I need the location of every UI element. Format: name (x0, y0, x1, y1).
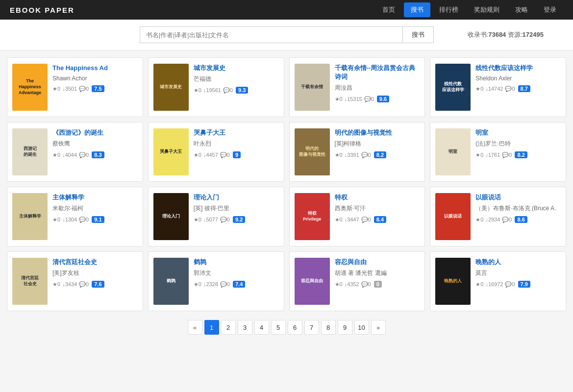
rating-badge: 9.2 (233, 216, 245, 223)
stats-count2: 172495 (523, 31, 544, 38)
book-cover: 西游记的诞生 (12, 128, 48, 175)
book-card[interactable]: 哭鼻子大王 哭鼻子大王 叶永烈 ★0 ↓4457 💬0 9 (148, 122, 284, 182)
book-cover: 容忍與自由 (295, 258, 330, 305)
book-card[interactable]: 以眼说话 以眼说话 （美）布鲁斯·布洛克 (Bruce A. ★0 ↓2934 … (430, 187, 566, 246)
star-icon: ★0 (52, 86, 60, 92)
book-title: The Happiness Ad (52, 64, 138, 73)
download-icon: ↓4457 (203, 152, 218, 158)
book-card[interactable]: 容忍與自由 容忍與自由 胡適 著 潘光哲 選編 ★0 ↓4352 💬0 0 (289, 251, 425, 311)
book-title: 以眼说话 (475, 193, 561, 202)
book-title: 《西游记》的诞生 (52, 128, 138, 137)
book-card[interactable]: 明代的图像与视觉性 明代的图像与视觉性 [英]柯律格 ★0 ↓3391 💬0 8… (289, 122, 425, 182)
book-cover: 明代的图像与视觉性 (295, 128, 330, 175)
page-button-2[interactable]: 2 (221, 320, 236, 335)
search-input[interactable] (140, 26, 402, 43)
nav-item-奖励规则[interactable]: 奖励规则 (467, 2, 506, 17)
book-cover: 理论入门 (153, 193, 189, 240)
book-author: （美）布鲁斯·布洛克 (Bruce A. (475, 204, 561, 213)
book-card[interactable]: 西游记的诞生 《西游记》的诞生 蔡铁鹰 ★0 ↓4044 💬0 8.3 (7, 122, 143, 182)
page-button-1[interactable]: 1 (204, 320, 219, 335)
rating-badge: 7.4 (233, 281, 245, 288)
comment-icon: 💬0 (502, 152, 512, 158)
rating-badge: 9.1 (92, 216, 104, 223)
book-cover: 千载有余情 (295, 64, 330, 111)
book-card[interactable]: 明室 明室 (法)罗兰·巴特 ★0 ↓1761 💬0 8.2 (430, 122, 566, 182)
star-icon: ★0 (475, 86, 483, 92)
search-form: 搜书 (140, 26, 434, 43)
book-info: 哭鼻子大王 叶永烈 ★0 ↓4457 💬0 9 (194, 128, 279, 158)
book-card[interactable]: 主体解释学 主体解释学 米歇尔·福柯 ★0 ↓1304 💬0 9.1 (7, 187, 143, 246)
nav-item-攻略[interactable]: 攻略 (508, 2, 535, 17)
star-icon: ★0 (194, 87, 201, 94)
next-page-button[interactable]: » (371, 320, 386, 335)
nav-item-排行榜[interactable]: 排行榜 (432, 2, 465, 17)
search-button[interactable]: 搜书 (402, 26, 434, 43)
book-author: 米歇尔·福柯 (52, 204, 138, 213)
book-author: (法)罗兰·巴特 (475, 140, 561, 148)
book-info: 清代宫廷社会史 [美]罗友枝 ★0 ↓3434 💬0 7.6 (52, 258, 138, 288)
book-card[interactable]: 城市发展史 城市发展史 芒福德 ★0 ↓19561 💬0 9.3 (148, 57, 284, 117)
book-card[interactable]: 特权Privilege 特权 西奥斯·可汗 ★0 ↓3447 💬0 8.4 (289, 187, 425, 246)
book-card[interactable]: 理论入门 理论入门 [英] 彼得·巴里 ★0 ↓5077 💬0 9.2 (148, 187, 284, 246)
download-icon: ↓14742 (485, 86, 503, 92)
comment-icon: 💬0 (79, 217, 89, 223)
book-info: 明代的图像与视觉性 [英]柯律格 ★0 ↓3391 💬0 8.2 (335, 128, 420, 158)
page-button-8[interactable]: 8 (321, 320, 336, 335)
nav-item-首页[interactable]: 首页 (375, 2, 402, 17)
download-icon: ↓19561 (203, 87, 221, 93)
book-info: 鹤鹑 郭沛文 ★0 ↓2328 💬0 7.4 (194, 258, 279, 288)
prev-page-button[interactable]: « (188, 320, 202, 335)
book-title: 千载有余情--周汝昌赏会古典诗词 (335, 64, 420, 81)
book-card[interactable]: 清代宫廷社会史 清代宫廷社会史 [美]罗友枝 ★0 ↓3434 💬0 7.6 (7, 251, 143, 311)
book-card[interactable]: 千载有余情 千载有余情--周汝昌赏会古典诗词 周汝昌 ★0 ↓15315 💬0 … (289, 57, 425, 117)
nav-item-登录[interactable]: 登录 (537, 2, 563, 17)
book-meta: ★0 ↓1304 💬0 9.1 (52, 216, 138, 223)
book-title: 明室 (475, 128, 561, 137)
book-cover: 清代宫廷社会史 (12, 258, 48, 305)
book-info: 理论入门 [英] 彼得·巴里 ★0 ↓5077 💬0 9.2 (194, 193, 279, 223)
page-button-7[interactable]: 7 (304, 320, 319, 335)
book-author: 芒福德 (194, 75, 279, 83)
book-meta: ★0 ↓16972 💬0 7.9 (475, 281, 561, 288)
page-button-10[interactable]: 10 (354, 320, 369, 335)
rating-badge: 8.3 (92, 151, 104, 158)
comment-icon: 💬0 (220, 281, 230, 288)
book-card[interactable]: 线性代数应该这样学 线性代数应该这样学 Sheldon Axler ★0 ↓14… (430, 57, 566, 117)
page-button-5[interactable]: 5 (271, 320, 286, 335)
nav-item-搜书[interactable]: 搜书 (404, 2, 430, 17)
book-meta: ★0 ↓14742 💬0 8.7 (475, 85, 561, 92)
rating-badge: 7.9 (518, 281, 530, 288)
page-button-6[interactable]: 6 (288, 320, 302, 335)
star-icon: ★0 (335, 96, 343, 102)
star-icon: ★0 (475, 281, 483, 288)
comment-icon: 💬0 (505, 86, 515, 92)
book-card[interactable]: TheHappinessAdvantage The Happiness Ad S… (7, 57, 143, 117)
download-icon: ↓4044 (62, 152, 77, 158)
book-title: 线性代数应该这样学 (475, 64, 561, 73)
page-button-4[interactable]: 4 (254, 320, 269, 335)
download-icon: ↓1761 (485, 152, 500, 158)
book-meta: ★0 ↓15315 💬0 9.6 (335, 96, 420, 102)
rating-badge: 8.4 (374, 216, 386, 223)
book-title: 明代的图像与视觉性 (335, 128, 420, 137)
rating-badge: 8.2 (515, 151, 527, 158)
rating-badge: 8.2 (374, 151, 386, 158)
rating-badge: 9.3 (236, 87, 248, 94)
rating-badge: 0 (374, 281, 382, 288)
book-author: [英]柯律格 (335, 140, 420, 148)
book-card[interactable]: 晚熟的人 晚熟的人 莫言 ★0 ↓16972 💬0 7.9 (430, 251, 566, 311)
book-cover: 鹤鹑 (153, 258, 189, 305)
search-stats: 收录书:73684 资源:172495 (468, 30, 544, 39)
book-card[interactable]: 鹤鹑 鹤鹑 郭沛文 ★0 ↓2328 💬0 7.4 (148, 251, 284, 311)
book-cover: 主体解释学 (12, 193, 48, 240)
page-button-3[interactable]: 3 (238, 320, 252, 335)
book-info: 线性代数应该这样学 Sheldon Axler ★0 ↓14742 💬0 8.7 (475, 64, 561, 92)
download-icon: ↓5077 (203, 217, 218, 222)
page-button-9[interactable]: 9 (338, 320, 352, 335)
download-icon: ↓3447 (345, 217, 359, 222)
book-author: [美]罗友枝 (52, 269, 138, 277)
rating-badge: 9 (233, 151, 241, 158)
book-cover: 以眼说话 (435, 193, 471, 240)
book-meta: ★0 ↓3391 💬0 8.2 (335, 151, 420, 158)
book-author: 莫言 (475, 269, 561, 277)
